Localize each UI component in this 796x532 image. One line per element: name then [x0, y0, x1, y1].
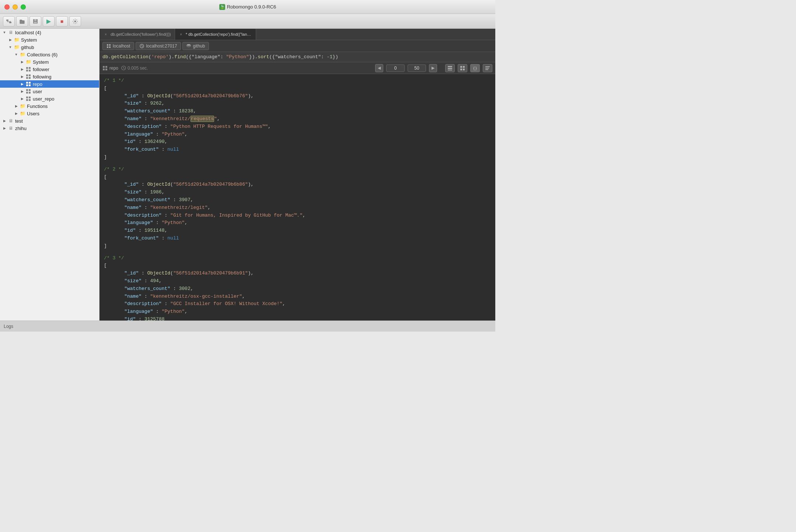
record-open-3: [	[104, 262, 491, 270]
skip-input[interactable]	[386, 64, 405, 72]
stop-button[interactable]: ■	[56, 16, 68, 27]
sidebar-item-collections[interactable]: ▼ 📁 Collections (6)	[0, 51, 99, 58]
record-comment-3: /* 3 */	[104, 255, 491, 262]
collection-icon	[25, 66, 32, 72]
maximize-button[interactable]	[21, 4, 26, 10]
sidebar-item-user[interactable]: ▶ user	[0, 88, 99, 95]
sidebar-item-functions[interactable]: ▶ 📁 Functions	[0, 102, 99, 110]
sidebar-item-label: localhost (4)	[15, 30, 41, 35]
open-button[interactable]	[16, 16, 28, 27]
svg-rect-44	[448, 66, 452, 67]
results-time-value: 0.005 sec.	[128, 66, 148, 71]
connection-tabs: localhost localhost:27017 github	[100, 40, 495, 52]
results-collection-info: repo	[102, 66, 118, 71]
svg-rect-40	[105, 69, 107, 70]
record-field-desc-2: "description" : "Git for Humans, Inspire…	[104, 212, 491, 220]
connect-button[interactable]	[3, 16, 15, 27]
close-button[interactable]	[4, 4, 10, 10]
arrow-icon: ▶	[19, 74, 25, 80]
record-field-watchers-2: "watchers_count" : 3907,	[104, 196, 491, 204]
view-json-button[interactable]: {}	[470, 64, 480, 72]
tab-repo[interactable]: × * db.getCollection('repo').find({"lang…	[175, 29, 256, 40]
svg-rect-20	[29, 84, 31, 86]
nav-prev-button[interactable]: ◀	[375, 64, 383, 72]
limit-input[interactable]	[408, 64, 426, 72]
sidebar-item-system-top[interactable]: ▶ 📁 System	[0, 36, 99, 43]
record-open-1: [	[104, 85, 491, 92]
svg-rect-39	[103, 69, 105, 70]
view-tree-button[interactable]	[458, 64, 467, 72]
query-text-sort: sort	[258, 54, 269, 60]
nav-next-button[interactable]: ▶	[429, 64, 437, 72]
conn-tab-port[interactable]: localhost:27017	[136, 42, 181, 50]
grid-icon	[107, 44, 111, 48]
sidebar-item-users[interactable]: ▶ 📁 Users	[0, 110, 99, 117]
conn-tab-github[interactable]: github	[182, 42, 209, 50]
sidebar-item-label: github	[21, 45, 34, 50]
svg-rect-15	[26, 77, 28, 79]
record-field-size-1: "size" : 9262,	[104, 100, 491, 108]
arrow-icon: ▼	[7, 44, 13, 50]
db-icon	[186, 44, 191, 48]
view-text-button[interactable]	[483, 64, 492, 72]
svg-point-8	[74, 20, 76, 22]
record-field-desc-3: "description" : "GCC Installer for OSX! …	[104, 300, 491, 308]
svg-rect-31	[107, 46, 108, 48]
svg-rect-13	[26, 74, 28, 76]
svg-rect-29	[107, 44, 108, 46]
svg-rect-28	[29, 99, 31, 101]
tab-close-icon[interactable]: ×	[103, 32, 108, 37]
sidebar-item-following[interactable]: ▶ following	[0, 73, 99, 80]
arrow-icon: ▶	[19, 66, 25, 72]
conn-tab-label: github	[193, 43, 205, 49]
sidebar-item-follower[interactable]: ▶ follower	[0, 66, 99, 73]
collection-icon	[25, 74, 32, 80]
sidebar-item-user-repo[interactable]: ▶ user_repo	[0, 95, 99, 102]
svg-rect-0	[6, 20, 8, 21]
sidebar-item-localhost[interactable]: ▼ 🖥 localhost (4)	[0, 29, 99, 36]
sidebar-item-github[interactable]: ▼ 📁 github	[0, 43, 99, 51]
query-bar[interactable]: db.getCollection('repo').find({"language…	[100, 52, 495, 62]
sidebar-item-label: repo	[33, 81, 42, 87]
record-field-desc-1: "description" : "Python HTTP Requests fo…	[104, 123, 491, 131]
titlebar: 🍃 Robomongo 0.9.0-RC6	[0, 0, 495, 14]
sidebar-item-label: following	[33, 74, 52, 80]
svg-rect-46	[448, 70, 452, 70]
app-icon: 🍃	[219, 4, 225, 10]
settings-button[interactable]	[69, 16, 81, 27]
sidebar-item-test[interactable]: ▶ 🖥 test	[0, 117, 99, 125]
record-comment-2: /* 2 */	[104, 166, 491, 174]
svg-rect-54	[485, 69, 488, 70]
run-button[interactable]: ▶	[43, 16, 55, 27]
sidebar-item-system-inner[interactable]: ▶ 📁 System	[0, 58, 99, 66]
view-table-button[interactable]	[445, 64, 455, 72]
table-icon	[102, 66, 108, 71]
statusbar: Logs	[0, 321, 495, 332]
record-field-name-2: "name" : "kennethreitz/legit",	[104, 204, 491, 212]
conn-tab-localhost[interactable]: localhost	[102, 42, 134, 50]
sidebar-item-repo[interactable]: ▶ repo	[0, 80, 99, 88]
record-field-lang-3: "language" : "Python",	[104, 308, 491, 316]
record-field-size-2: "size" : 1986,	[104, 189, 491, 196]
logs-label: Logs	[4, 324, 13, 329]
minimize-button[interactable]	[13, 4, 18, 10]
title-text: Robomongo 0.9.0-RC6	[227, 4, 276, 10]
tab-close-icon[interactable]: ×	[179, 32, 184, 37]
clock-icon	[140, 44, 144, 48]
svg-rect-9	[26, 67, 28, 69]
tab-follower[interactable]: × db.getCollection('follower').find({})	[100, 29, 175, 40]
sidebar-item-zhihu[interactable]: ▶ 🖥 zhihu	[0, 125, 99, 132]
svg-rect-12	[29, 70, 31, 71]
clock-icon	[121, 66, 126, 70]
svg-rect-53	[485, 68, 489, 69]
folder-icon: 📁	[13, 37, 20, 43]
svg-text:{}: {}	[473, 66, 477, 70]
save-button[interactable]	[29, 16, 41, 27]
window-controls[interactable]	[4, 4, 26, 10]
server-icon: 🖥	[7, 29, 14, 35]
svg-rect-7	[34, 22, 37, 23]
svg-rect-32	[109, 46, 111, 48]
sidebar-item-label: follower	[33, 67, 49, 72]
svg-rect-48	[463, 66, 465, 68]
record-open-2: [	[104, 174, 491, 181]
